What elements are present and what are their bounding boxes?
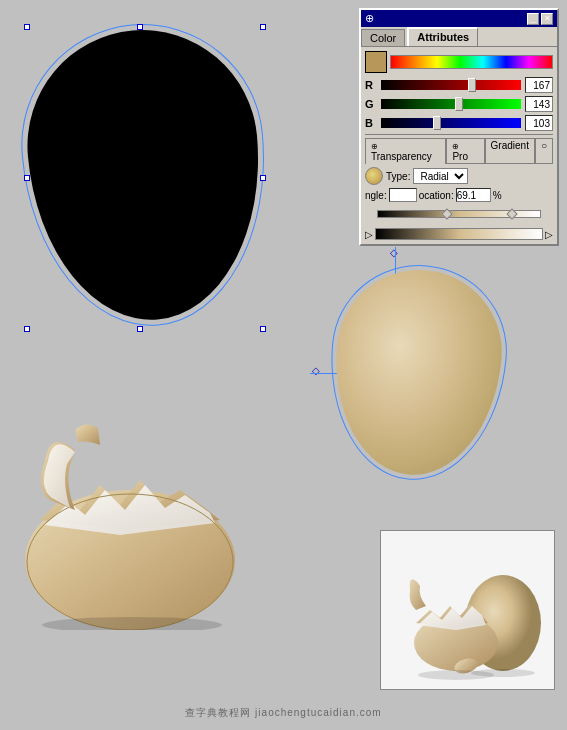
section-tab-transparency[interactable]: ⊕ Transparency (365, 138, 446, 164)
g-slider-track[interactable] (381, 99, 521, 109)
selection-handle-bc[interactable] (137, 326, 143, 332)
main-gradient-bar[interactable] (375, 228, 543, 240)
gradient-diamond-2[interactable] (506, 208, 517, 219)
right-arrow-icon[interactable]: ▷ (545, 229, 553, 240)
r-label: R (365, 79, 377, 91)
b-slider-row: B 103 (365, 115, 553, 131)
g-slider-row: G 143 (365, 96, 553, 112)
selection-handle-br[interactable] (260, 326, 266, 332)
gradient-type-row: Type: Radial Linear (365, 167, 553, 185)
rainbow-bar[interactable] (390, 55, 553, 69)
left-arrow-icon[interactable]: ▷ (365, 229, 373, 240)
transparency-arrow-icon: ⊕ (371, 142, 378, 151)
location-input[interactable] (456, 188, 491, 202)
r-slider-track[interactable] (381, 80, 521, 90)
panel-title: ⊕ (365, 12, 374, 25)
gradient-diamond-1[interactable] (441, 208, 452, 219)
svg-point-11 (471, 669, 535, 677)
gradient-preview-circle (365, 167, 383, 185)
gradient-slider-track[interactable] (377, 210, 541, 218)
section-tabs: ⊕ Transparency ⊕ Pro Gradient ○ (365, 138, 553, 164)
r-slider-thumb[interactable] (468, 78, 476, 92)
svg-point-4 (42, 617, 222, 630)
selection-handle-tr[interactable] (260, 24, 266, 30)
selection-handle-mr[interactable] (260, 175, 266, 181)
color-swatch-row (365, 51, 553, 73)
r-slider-row: R 167 (365, 77, 553, 93)
transparency-label: Transparency (371, 151, 432, 162)
selection-handle-ml[interactable] (24, 175, 30, 181)
section-tab-gradient[interactable]: Gradient (485, 138, 535, 164)
gradient-slider-container (367, 206, 551, 224)
canvas-area: ◇ ◇ ◇ ◇ (0, 0, 567, 730)
panel-titlebar: ⊕ _ ✕ (361, 10, 557, 27)
broken-egg-container (20, 390, 290, 630)
watermark: 查字典教程网 jiaochengtucaidian.com (0, 706, 567, 720)
thumbnail-box (380, 530, 555, 690)
angle-label: ngle: (365, 190, 387, 201)
panel-controls: _ ✕ (527, 13, 553, 25)
pro-label: Pro (452, 151, 468, 162)
panel-tabs: Color Attributes (361, 27, 557, 47)
extra-arrow-icon: ○ (541, 140, 547, 151)
selection-handle-bl[interactable] (24, 326, 30, 332)
g-slider-thumb[interactable] (455, 97, 463, 111)
close-button[interactable]: ✕ (541, 13, 553, 25)
type-select[interactable]: Radial Linear (413, 168, 468, 184)
arrow-handle-top[interactable]: ◇ (390, 247, 398, 258)
r-value[interactable]: 167 (525, 77, 553, 93)
tab-color[interactable]: Color (361, 29, 405, 46)
angle-input[interactable] (389, 188, 417, 202)
b-value[interactable]: 103 (525, 115, 553, 131)
minimize-button[interactable]: _ (527, 13, 539, 25)
bottom-gradient-bar: ▷ ▷ (365, 228, 553, 240)
section-tab-extra[interactable]: ○ (535, 138, 553, 164)
g-label: G (365, 98, 377, 110)
tab-color-label: Color (370, 32, 396, 44)
thumbnail-inner (381, 531, 554, 689)
divider-1 (365, 134, 553, 135)
tab-attributes-label: Attributes (417, 31, 469, 43)
thumbnail-svg (388, 538, 548, 683)
angle-location-row: ngle: ocation: % (365, 188, 553, 202)
color-swatch[interactable] (365, 51, 387, 73)
location-unit: % (493, 190, 502, 201)
pro-arrow-icon: ⊕ (452, 142, 459, 151)
type-label: Type: (386, 171, 410, 182)
gradient-label: Gradient (491, 140, 529, 151)
b-label: B (365, 117, 377, 129)
panel-body: R 167 G 143 B 103 (361, 47, 557, 244)
color-attributes-panel: ⊕ _ ✕ Color Attributes (359, 8, 559, 246)
tab-attributes[interactable]: Attributes (407, 27, 478, 46)
location-label: ocation: (419, 190, 454, 201)
broken-egg-svg (20, 390, 290, 630)
b-slider-track[interactable] (381, 118, 521, 128)
g-value[interactable]: 143 (525, 96, 553, 112)
section-tab-pro[interactable]: ⊕ Pro (446, 138, 484, 164)
b-slider-thumb[interactable] (433, 116, 441, 130)
arrow-handle-left[interactable]: ◇ (312, 365, 320, 376)
selection-handle-tl[interactable] (24, 24, 30, 30)
